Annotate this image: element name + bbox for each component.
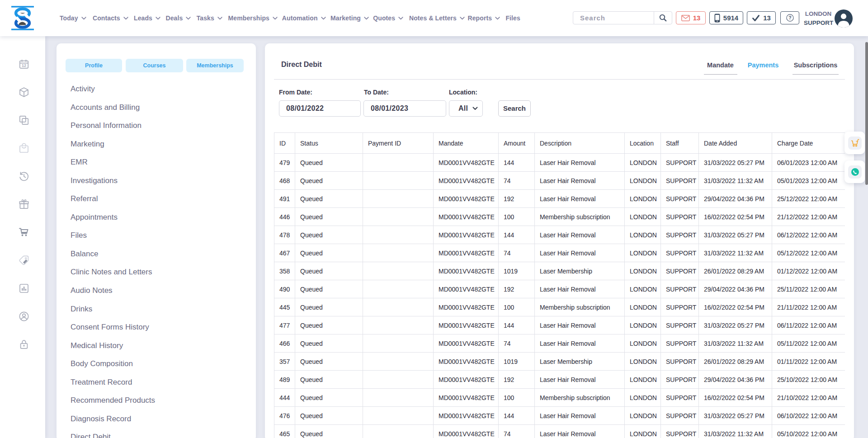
svg-text:?: ? [788,15,791,20]
svg-text:12: 12 [21,63,26,68]
